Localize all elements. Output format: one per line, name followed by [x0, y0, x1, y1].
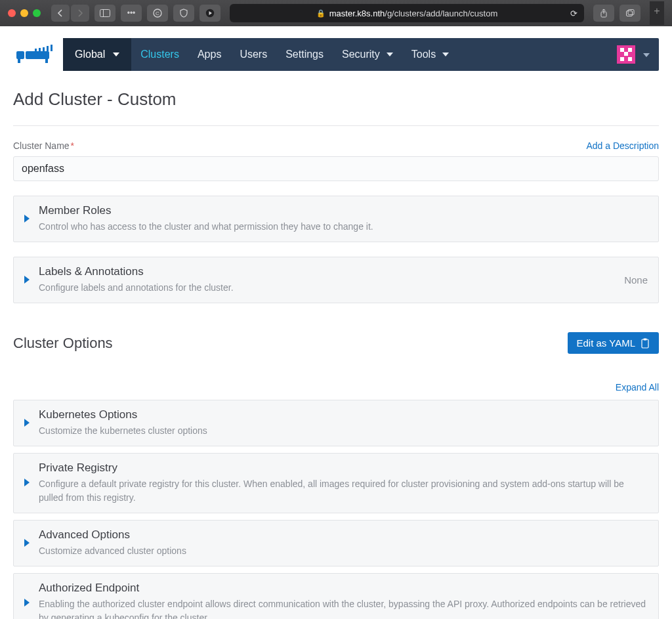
nav-item-security[interactable]: Security	[333, 49, 402, 60]
accordion-desc: Configure labels and annotations for the…	[39, 281, 615, 295]
svg-rect-22	[628, 57, 632, 61]
expand-all-link[interactable]: Expand All	[616, 382, 659, 393]
maximize-window-icon[interactable]	[33, 9, 41, 17]
divider	[13, 125, 659, 126]
nav-bar: Global Clusters Apps Users Settings Secu…	[63, 38, 659, 71]
nav-item-tools[interactable]: Tools	[402, 49, 458, 60]
cluster-options-heading: Cluster Options	[13, 335, 113, 352]
tabs-icon[interactable]	[620, 5, 640, 22]
svg-rect-16	[35, 49, 37, 51]
svg-rect-9	[26, 51, 49, 59]
svg-rect-12	[51, 45, 52, 51]
svg-rect-10	[18, 59, 20, 63]
edit-as-yaml-button[interactable]: Edit as YAML	[568, 332, 660, 354]
more-icon[interactable]: •••	[121, 5, 142, 22]
caret-right-icon	[24, 214, 30, 224]
url-bar[interactable]: 🔒 master.k8s.nth/g/clusters/add/launch/c…	[230, 4, 584, 22]
svg-rect-19	[628, 48, 632, 52]
caret-right-icon	[24, 598, 30, 608]
user-menu-caret-icon[interactable]	[640, 50, 650, 59]
nav-item-clusters[interactable]: Clusters	[131, 49, 188, 60]
accordion-kubernetes-options[interactable]: Kubernetes Options Customize the kuberne…	[13, 400, 659, 446]
reload-icon[interactable]: ⟳	[570, 9, 578, 18]
cluster-name-input[interactable]	[13, 156, 659, 181]
page-title: Add Cluster - Custom	[13, 89, 659, 110]
required-asterisk-icon: *	[71, 140, 74, 151]
cluster-name-label: Cluster Name*	[13, 140, 74, 151]
play-icon[interactable]	[200, 5, 220, 22]
accordion-title: Member Roles	[39, 204, 648, 217]
svg-rect-8	[16, 51, 24, 59]
shield-icon[interactable]	[173, 5, 194, 22]
clipboard-icon	[640, 338, 650, 349]
accordion-title: Advanced Options	[39, 528, 648, 542]
close-window-icon[interactable]	[8, 9, 16, 17]
accordion-desc: Customize advanced cluster options	[39, 544, 648, 558]
accordion-labels-annotations[interactable]: Labels & Annotations Configure labels an…	[13, 257, 659, 303]
accordion-desc: Configure a default private registry for…	[39, 477, 648, 505]
accordion-title: Labels & Annotations	[39, 265, 615, 278]
svg-text:C: C	[156, 11, 159, 16]
svg-rect-20	[624, 52, 628, 56]
nav-item-users[interactable]: Users	[230, 49, 276, 60]
new-tab-button[interactable]: +	[650, 1, 664, 25]
svg-rect-0	[100, 10, 110, 17]
svg-rect-15	[39, 48, 41, 51]
accordion-value: None	[624, 274, 648, 286]
app-nav: Global Clusters Apps Users Settings Secu…	[0, 26, 672, 71]
accordion-title: Private Registry	[39, 461, 648, 475]
accordion-member-roles[interactable]: Member Roles Control who has access to t…	[13, 196, 659, 242]
svg-rect-24	[644, 338, 647, 340]
add-description-link[interactable]: Add a Description	[586, 140, 659, 151]
browser-chrome: ••• C 🔒 master.k8s.nth/g/clusters/add/la…	[0, 0, 672, 26]
caret-right-icon	[24, 478, 30, 488]
back-button[interactable]	[51, 5, 70, 22]
accordion-advanced-options[interactable]: Advanced Options Customize advanced clus…	[13, 520, 659, 566]
window-controls	[8, 9, 41, 17]
accordion-desc: Control who has access to the cluster an…	[39, 220, 648, 234]
accordion-desc: Enabling the authorized cluster endpoint…	[39, 597, 648, 619]
extension-c-icon[interactable]: C	[147, 5, 168, 22]
minimize-window-icon[interactable]	[20, 9, 28, 17]
share-icon[interactable]	[593, 5, 614, 22]
svg-rect-21	[620, 57, 624, 61]
accordion-title: Authorized Endpoint	[39, 582, 648, 595]
nav-item-apps[interactable]: Apps	[188, 49, 230, 60]
sidebar-toggle-icon[interactable]	[94, 5, 116, 22]
svg-rect-14	[43, 47, 45, 51]
accordion-authorized-endpoint[interactable]: Authorized Endpoint Enabling the authori…	[13, 573, 659, 619]
forward-button[interactable]	[71, 5, 89, 22]
accordion-private-registry[interactable]: Private Registry Configure a default pri…	[13, 453, 659, 513]
svg-rect-18	[620, 48, 624, 52]
rancher-logo-icon[interactable]	[13, 38, 59, 70]
caret-right-icon	[24, 418, 30, 429]
caret-right-icon	[24, 275, 30, 286]
accordion-title: Kubernetes Options	[39, 408, 648, 421]
url-text: master.k8s.nth/g/clusters/add/launch/cus…	[329, 9, 498, 18]
svg-rect-23	[642, 339, 648, 348]
lock-icon: 🔒	[316, 9, 326, 18]
caret-right-icon	[24, 538, 30, 549]
user-avatar-icon[interactable]	[617, 45, 635, 64]
svg-rect-13	[47, 46, 49, 51]
svg-rect-11	[45, 59, 48, 63]
svg-rect-6	[627, 11, 633, 16]
nav-global-dropdown[interactable]: Global	[63, 38, 131, 71]
nav-item-settings[interactable]: Settings	[276, 49, 333, 60]
svg-rect-7	[628, 10, 634, 15]
accordion-desc: Customize the kubernetes cluster options	[39, 424, 648, 438]
